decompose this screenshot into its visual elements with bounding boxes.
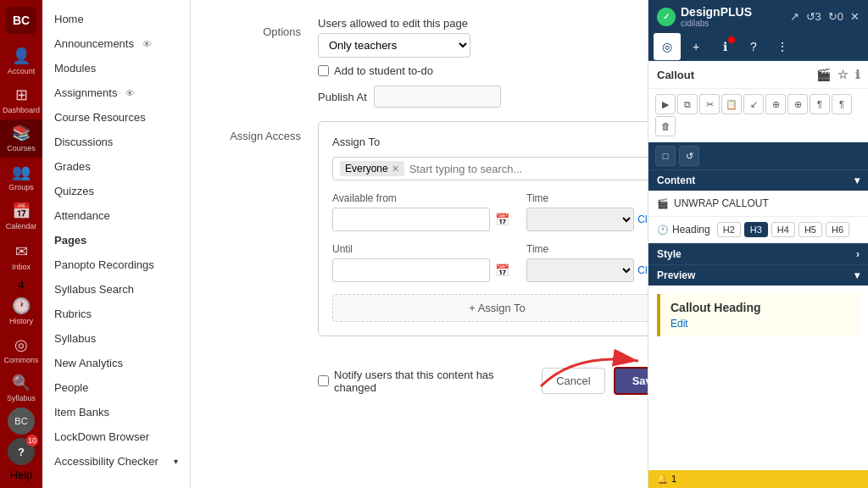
sidebar-nav-syllabus-search[interactable]: Syllabus Search [42,277,190,302]
assignments-eye-icon: 👁 [125,88,135,98]
unwrap-row: 🎬 UNWRAP CALLOUT [648,191,868,217]
time-label-2: Time [526,243,648,255]
sidebar-item-courses[interactable]: 📚 Courses [0,119,42,158]
outdent-button[interactable]: ¶ [832,94,852,114]
sidebar-nav-panopto[interactable]: Panopto Recordings [42,252,190,277]
style-section-header[interactable]: Style › [648,243,868,264]
sidebar-nav-lockdown[interactable]: LockDown Browser [42,424,190,449]
paste-tool-button[interactable]: 📋 [721,94,742,114]
sidebar-nav-assignments[interactable]: Assignments 👁 [42,80,190,105]
preview-section-header[interactable]: Preview ▾ [648,264,868,286]
save-button[interactable]: Save [614,367,648,395]
panopto-label: Panopto Recordings [54,258,154,271]
callout-header: Callout 🎬 ☆ ℹ [648,61,868,89]
external-link-icon[interactable]: ↗ [790,10,799,23]
sidebar-nav-announcements[interactable]: Announcements 👁 [42,31,190,56]
cursor-tool-button[interactable]: ▶ [655,94,676,114]
remove-tag-button[interactable]: ✕ [392,164,399,175]
content-section-header[interactable]: Content ▾ [648,170,868,191]
sidebar-nav-home[interactable]: Home [42,7,190,31]
star-icon[interactable]: ☆ [837,68,849,81]
notification-dot [728,36,735,43]
syllabus-search-label: Syllabus [7,394,36,402]
copy-tool-button[interactable]: ⧉ [677,94,698,114]
pages-label: Pages [54,234,86,247]
delete-tool-button[interactable]: 🗑 [655,116,676,136]
add-to-todo-checkbox[interactable] [318,65,329,76]
dashboard-label: Dashboard [3,106,40,114]
sidebar-nav-course-resources[interactable]: Course Resources [42,105,190,130]
sidebar-nav-rubrics[interactable]: Rubrics [42,302,190,326]
everyone-tag-label: Everyone [345,163,388,175]
design-plus-logo: ✓ [657,8,676,26]
h4-button[interactable]: H4 [771,222,795,237]
until-calendar-icon[interactable]: 📅 [495,263,509,277]
video-icon[interactable]: 🎬 [816,68,831,81]
sidebar-nav-people[interactable]: People [42,375,190,400]
syllabus-search-icon: 🔍 [12,374,31,392]
chevron-down-icon: ▾ [174,457,178,466]
assignments-label: Assignments [54,86,117,99]
refresh-tool-button[interactable]: ↺ [679,146,699,166]
sidebar-nav-item-banks[interactable]: Item Banks [42,400,190,424]
callout-preview-edit-link[interactable]: Edit [670,318,849,330]
h6-button[interactable]: H6 [826,222,849,237]
sidebar-item-groups[interactable]: 👥 Groups [0,158,42,197]
sidebar-item-inbox[interactable]: ✉ Inbox [0,235,42,279]
assign-to-search-input[interactable] [409,163,643,175]
h3-button[interactable]: H3 [744,222,768,237]
add-tool-button[interactable]: + [682,33,709,60]
move-tool-button[interactable]: ↙ [743,94,764,114]
sidebar-item-user-avatar[interactable]: BC [8,408,35,435]
sidebar-nav-accessibility[interactable]: Accessibility Checker ▾ [42,449,190,474]
sidebar-nav-quizzes[interactable]: Quizzes [42,179,190,203]
cancel-button[interactable]: Cancel [542,368,604,394]
available-from-calendar-icon[interactable]: 📅 [495,213,509,226]
sidebar-item-calendar[interactable]: 📅 Calendar [0,197,42,236]
inbox-icon: ✉ [15,242,28,261]
assign-to-field[interactable]: Everyone ✕ ▾ [332,157,648,180]
sidebar-nav-discussions[interactable]: Discussions [42,130,190,154]
sidebar-nav-grades[interactable]: Grades [42,154,190,179]
cut-tool-button[interactable]: ✂ [699,94,720,114]
publish-at-input[interactable] [374,86,501,108]
attendance-label: Attendance [54,209,110,222]
sidebar-item-dashboard[interactable]: ⊞ Dashboard [0,80,42,119]
sidebar-item-account[interactable]: 👤 Account [0,42,42,81]
sidebar-item-syllabus-search[interactable]: 🔍 Syllabus [0,369,42,408]
clear-until-button[interactable]: Clear [637,264,648,276]
notify-checkbox[interactable] [318,375,329,386]
redo-icon[interactable]: ↻0 [828,10,843,23]
sidebar-nav-new-analytics[interactable]: New Analytics [42,351,190,375]
sidebar-item-commons[interactable]: ◎ Commons [0,330,42,369]
h2-button[interactable]: H2 [717,222,741,237]
more-tool-button[interactable]: ⋮ [769,33,796,60]
sidebar-nav-pages[interactable]: Pages [42,228,190,252]
add-assign-to-button[interactable]: + Assign To [332,294,648,322]
info-tool-button[interactable]: ℹ [711,33,738,60]
h5-button[interactable]: H5 [798,222,822,237]
until-time-select[interactable] [526,258,634,282]
available-from-input[interactable] [332,208,490,231]
box-tool-button[interactable]: □ [655,146,676,166]
callout-label: Callout [657,69,694,81]
until-input[interactable] [332,258,490,282]
notify-row: Notify users that this content has chang… [318,369,525,394]
assign-to-label: Assign To [332,136,648,148]
sidebar-nav-syllabus[interactable]: Syllabus [42,326,190,351]
available-from-time-select[interactable] [526,208,634,231]
sidebar-nav-attendance[interactable]: Attendance [42,203,190,228]
undo-icon[interactable]: ↺3 [806,10,821,23]
clear-available-from-button[interactable]: Clear [637,214,648,225]
add-before-button[interactable]: ⊕ [765,94,786,114]
sidebar-item-history[interactable]: 🕐 History [0,291,42,330]
view-tool-button[interactable]: ◎ [654,33,681,60]
indent-button[interactable]: ¶ [810,94,830,114]
add-after-button[interactable]: ⊕ [787,94,808,114]
help-tool-button[interactable]: ? [740,33,767,60]
users-allowed-select[interactable]: Only teachersTeachers and StudentsAnyone [318,33,470,58]
assign-access-section: Assign Access Assign To Everyone ✕ ▾ Ava… [216,121,622,395]
info-icon[interactable]: ℹ [855,68,860,81]
close-panel-icon[interactable]: ✕ [850,10,860,23]
sidebar-nav-modules[interactable]: Modules [42,56,190,80]
